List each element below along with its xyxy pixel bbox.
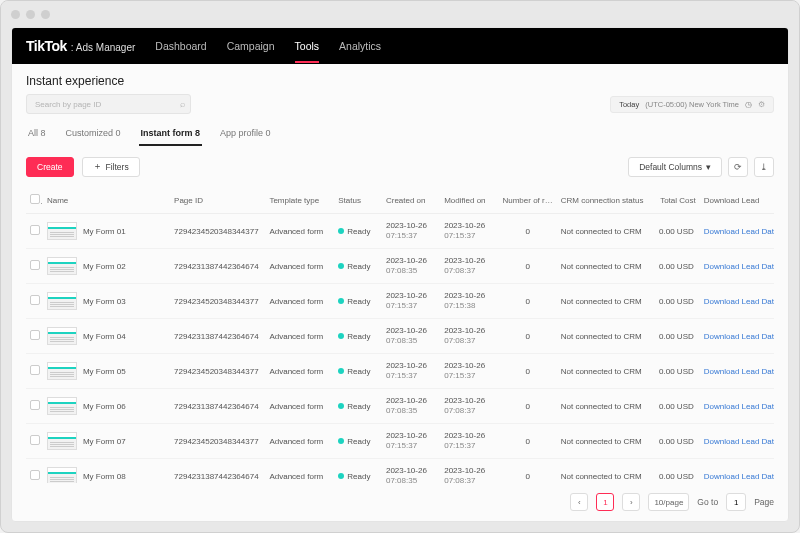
cell-created: 2023-10-2607:08:35	[382, 249, 440, 284]
cell-template: Advanced form	[265, 389, 334, 424]
form-thumbnail	[47, 432, 77, 450]
cell-modified: 2023-10-2607:15:37	[440, 354, 498, 389]
app: TikTok : Ads Manager DashboardCampaignTo…	[11, 27, 789, 522]
create-button[interactable]: Create	[26, 157, 74, 177]
form-thumbnail	[47, 327, 77, 345]
cell-status: Ready	[334, 389, 382, 424]
topnav-item[interactable]: Analytics	[339, 29, 381, 63]
table-row: My Form 077294234520348344377Advanced fo…	[26, 424, 774, 459]
cell-modified: 2023-10-2607:08:37	[440, 389, 498, 424]
form-thumbnail	[47, 362, 77, 380]
table-wrap: Name Page ID Template type Status Create…	[12, 187, 788, 483]
refresh-button[interactable]: ⟳	[728, 157, 748, 177]
export-button[interactable]: ⤓	[754, 157, 774, 177]
topnav: DashboardCampaignToolsAnalytics	[155, 29, 381, 63]
form-name: My Form 03	[83, 297, 126, 306]
tab[interactable]: App profile 0	[218, 122, 273, 146]
page-size-select[interactable]: 10/page	[648, 493, 689, 511]
gear-icon[interactable]: ⚙	[758, 100, 765, 109]
cell-crm: Not connected to CRM	[557, 459, 652, 484]
goto-input[interactable]	[726, 493, 746, 511]
cell-number: 0	[498, 319, 556, 354]
row-checkbox[interactable]	[30, 470, 40, 480]
col-created[interactable]: Created on	[382, 187, 440, 214]
form-thumbnail	[47, 222, 77, 240]
cell-number: 0	[498, 424, 556, 459]
topnav-item[interactable]: Tools	[295, 29, 320, 63]
download-lead-link[interactable]: Download Lead Dat	[704, 472, 774, 481]
cell-page-id: 7294231387442364674	[170, 319, 265, 354]
traffic-light-minimize[interactable]	[26, 10, 35, 19]
row-checkbox[interactable]	[30, 295, 40, 305]
cell-created: 2023-10-2607:08:35	[382, 459, 440, 484]
row-checkbox[interactable]	[30, 365, 40, 375]
row-checkbox[interactable]	[30, 225, 40, 235]
download-lead-link[interactable]: Download Lead Dat	[704, 402, 774, 411]
form-name: My Form 01	[83, 227, 126, 236]
col-cost[interactable]: Total Cost	[652, 187, 700, 214]
cell-modified: 2023-10-2607:15:37	[440, 424, 498, 459]
col-template[interactable]: Template type	[265, 187, 334, 214]
table-row: My Form 017294234520348344377Advanced fo…	[26, 214, 774, 249]
cell-template: Advanced form	[265, 214, 334, 249]
cell-page-id: 7294234520348344377	[170, 424, 265, 459]
table-row: My Form 027294231387442364674Advanced fo…	[26, 249, 774, 284]
traffic-light-zoom[interactable]	[41, 10, 50, 19]
select-all-checkbox[interactable]	[30, 194, 40, 204]
timezone-badge[interactable]: Today (UTC-05:00) New York Time ◷ ⚙	[610, 96, 774, 113]
chevron-right-icon: ›	[630, 498, 633, 507]
col-download[interactable]: Download Lead	[700, 187, 774, 214]
col-number[interactable]: Number of rel...	[498, 187, 556, 214]
form-name: My Form 02	[83, 262, 126, 271]
col-status[interactable]: Status	[334, 187, 382, 214]
browser-titlebar	[1, 1, 799, 27]
cell-cost: 0.00 USD	[652, 424, 700, 459]
cell-page-id: 7294231387442364674	[170, 249, 265, 284]
chevron-left-icon: ‹	[578, 498, 581, 507]
download-lead-link[interactable]: Download Lead Dat	[704, 262, 774, 271]
cell-crm: Not connected to CRM	[557, 284, 652, 319]
col-crm[interactable]: CRM connection status	[557, 187, 652, 214]
cell-modified: 2023-10-2607:15:38	[440, 284, 498, 319]
tab[interactable]: All 8	[26, 122, 48, 146]
cell-number: 0	[498, 354, 556, 389]
search-wrap: ⌕	[26, 94, 191, 114]
row-checkbox[interactable]	[30, 400, 40, 410]
row-checkbox[interactable]	[30, 330, 40, 340]
cell-template: Advanced form	[265, 284, 334, 319]
cell-crm: Not connected to CRM	[557, 389, 652, 424]
status-dot-icon	[338, 228, 344, 234]
tab[interactable]: Instant form 8	[139, 122, 203, 146]
cell-status: Ready	[334, 424, 382, 459]
cell-number: 0	[498, 214, 556, 249]
download-lead-link[interactable]: Download Lead Dat	[704, 227, 774, 236]
cell-status: Ready	[334, 319, 382, 354]
download-lead-link[interactable]: Download Lead Dat	[704, 297, 774, 306]
download-lead-link[interactable]: Download Lead Dat	[704, 367, 774, 376]
page-prev[interactable]: ‹	[570, 493, 588, 511]
page-number[interactable]: 1	[596, 493, 614, 511]
filters-button[interactable]: ＋ Filters	[82, 157, 140, 177]
col-page-id[interactable]: Page ID	[170, 187, 265, 214]
download-lead-link[interactable]: Download Lead Dat	[704, 332, 774, 341]
search-input[interactable]	[26, 94, 191, 114]
tab[interactable]: Customized 0	[64, 122, 123, 146]
form-name: My Form 08	[83, 472, 126, 481]
row-checkbox[interactable]	[30, 435, 40, 445]
topnav-item[interactable]: Dashboard	[155, 29, 206, 63]
cell-cost: 0.00 USD	[652, 319, 700, 354]
cell-created: 2023-10-2607:08:35	[382, 389, 440, 424]
cell-created: 2023-10-2607:15:37	[382, 354, 440, 389]
page-next[interactable]: ›	[622, 493, 640, 511]
topnav-item[interactable]: Campaign	[227, 29, 275, 63]
col-name[interactable]: Name	[43, 187, 170, 214]
cell-status: Ready	[334, 214, 382, 249]
cell-template: Advanced form	[265, 354, 334, 389]
columns-dropdown[interactable]: Default Columns ▾	[628, 157, 722, 177]
traffic-light-close[interactable]	[11, 10, 20, 19]
download-lead-link[interactable]: Download Lead Dat	[704, 437, 774, 446]
row-checkbox[interactable]	[30, 260, 40, 270]
cell-number: 0	[498, 284, 556, 319]
status-dot-icon	[338, 263, 344, 269]
col-modified[interactable]: Modified on	[440, 187, 498, 214]
